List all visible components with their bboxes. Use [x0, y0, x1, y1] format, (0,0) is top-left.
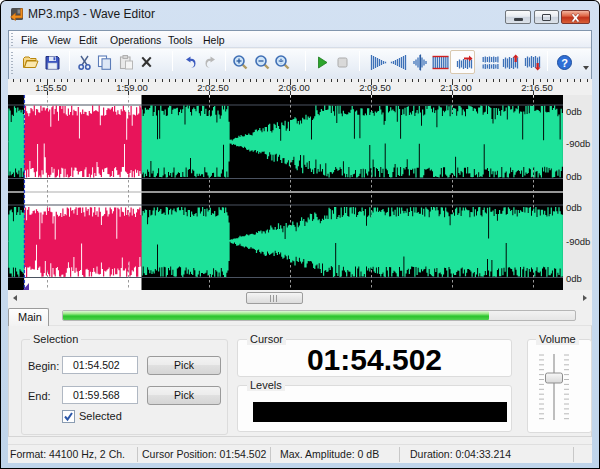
svg-text:2:06.00: 2:06.00	[278, 82, 310, 93]
svg-text:2:02.50: 2:02.50	[197, 82, 229, 93]
svg-text:1:55.50: 1:55.50	[35, 82, 67, 93]
svg-text:2:13.00: 2:13.00	[440, 82, 472, 93]
svg-text:1:59.00: 1:59.00	[116, 82, 148, 93]
svg-text:?: ?	[561, 57, 568, 69]
svg-text:2:09.50: 2:09.50	[359, 82, 391, 93]
svg-text:2:16.50: 2:16.50	[521, 82, 553, 93]
